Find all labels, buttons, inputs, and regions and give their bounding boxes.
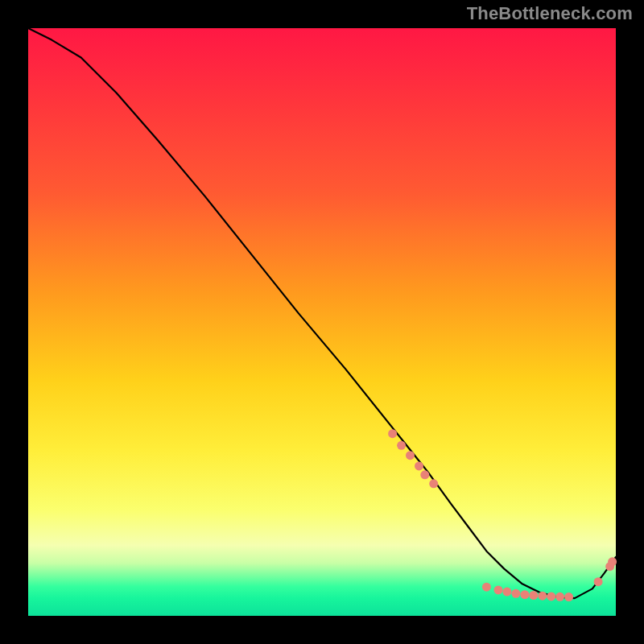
plot-area [28,28,616,616]
datapoint-marker [564,592,573,601]
curve-svg [28,28,616,616]
chart-container: TheBottleneck.com [0,0,644,644]
datapoint-marker [415,461,423,470]
datapoint-marker [511,589,520,598]
datapoint-marker [555,592,564,601]
datapoint-marker [538,592,547,601]
watermark-text: TheBottleneck.com [467,3,633,24]
bottleneck-curve-line [28,28,616,598]
datapoint-marker [502,588,511,597]
datapoint-marker [608,557,617,566]
datapoint-markers [388,429,617,601]
datapoint-marker [494,585,503,594]
datapoint-marker [529,591,538,600]
datapoint-marker [520,590,529,599]
datapoint-marker [547,592,555,601]
datapoint-marker [388,429,397,438]
datapoint-marker [420,470,429,479]
datapoint-marker [594,577,603,586]
datapoint-marker [397,441,406,450]
datapoint-marker [406,451,415,460]
datapoint-marker [482,583,491,592]
datapoint-marker [429,479,438,488]
